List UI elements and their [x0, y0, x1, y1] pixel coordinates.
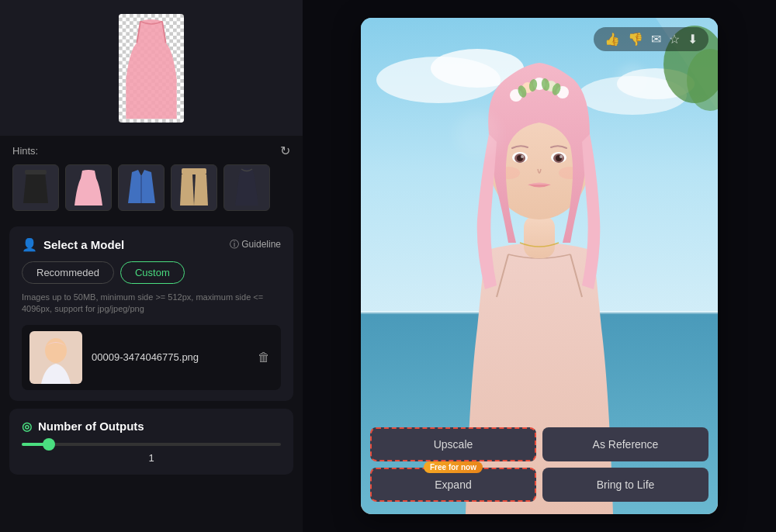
favorite-icon[interactable]: ☆: [669, 32, 680, 47]
slider-value: 1: [22, 452, 281, 464]
dress-image: [116, 14, 186, 123]
like-icon[interactable]: 👍: [605, 32, 620, 47]
outputs-section: ◎ Number of Outputs 1: [9, 409, 293, 475]
slider-thumb[interactable]: [43, 438, 55, 451]
model-filename: 00009-3474046775.png: [92, 351, 245, 363]
dislike-icon[interactable]: 👎: [628, 32, 643, 47]
model-hint-text: Images up to 50MB, minimum side >= 512px…: [22, 292, 281, 316]
svg-point-43: [454, 111, 501, 157]
share-icon[interactable]: ✉: [651, 32, 661, 47]
model-tabs: Recommeded Custom: [22, 261, 281, 284]
hint-thumb-2[interactable]: [65, 164, 112, 211]
expand-button[interactable]: Expand Free for now: [370, 468, 536, 502]
delete-model-icon[interactable]: 🗑: [255, 347, 273, 368]
image-card: 👍 👎 ✉ ☆ ⬇ Upscale As Reference Expand Fr…: [361, 18, 718, 514]
model-icon: 👤: [22, 237, 37, 252]
hints-thumbnails: [12, 164, 290, 211]
hints-label: Hints:: [12, 145, 38, 157]
hint-thumb-3[interactable]: [118, 164, 165, 211]
slider-track: [22, 443, 281, 446]
slider-container[interactable]: [22, 443, 281, 446]
svg-rect-22: [524, 216, 555, 258]
tab-recommended[interactable]: Recommeded: [22, 261, 114, 284]
bottom-actions: Upscale As Reference Expand Free for now…: [370, 427, 708, 502]
refresh-icon[interactable]: ↻: [280, 143, 290, 158]
svg-point-31: [559, 155, 563, 158]
hint-thumb-4[interactable]: [171, 164, 217, 211]
bring-to-life-button[interactable]: Bring to Life: [542, 468, 708, 502]
hint-thumb-5[interactable]: [223, 164, 270, 211]
guideline-link[interactable]: ⓘ Guideline: [230, 238, 281, 251]
hint-thumb-1[interactable]: [12, 164, 59, 211]
left-panel: Hints: ↻: [0, 0, 303, 532]
hints-section: Hints: ↻: [0, 136, 303, 219]
select-model-section: 👤 Select a Model ⓘ Guideline Recommeded …: [9, 226, 293, 401]
free-badge: Free for now: [424, 461, 483, 473]
select-model-title: Select a Model: [43, 238, 124, 251]
outputs-title: Number of Outputs: [38, 420, 144, 433]
svg-point-27: [521, 155, 524, 158]
outputs-icon: ◎: [22, 420, 32, 434]
svg-rect-6: [25, 170, 47, 174]
clothing-preview: [0, 0, 303, 136]
upscale-button[interactable]: Upscale: [370, 427, 536, 461]
right-panel: 👍 👎 ✉ ☆ ⬇ Upscale As Reference Expand Fr…: [303, 0, 776, 532]
model-file-row: 00009-3474046775.png 🗑: [22, 325, 281, 390]
as-reference-button[interactable]: As Reference: [542, 427, 708, 461]
svg-rect-8: [182, 168, 206, 174]
download-icon[interactable]: ⬇: [688, 32, 698, 47]
tab-custom[interactable]: Custom: [120, 261, 185, 284]
model-thumbnail: [29, 331, 82, 384]
svg-point-10: [45, 338, 67, 363]
svg-point-44: [617, 64, 648, 95]
image-toolbar: 👍 👎 ✉ ☆ ⬇: [594, 27, 708, 51]
